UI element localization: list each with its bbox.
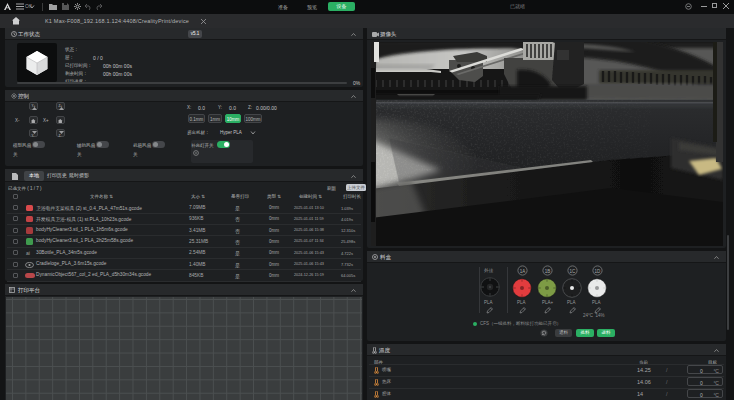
svg-text:1B: 1B bbox=[544, 269, 550, 274]
svg-text:1C: 1C bbox=[569, 269, 576, 274]
svg-text:1D: 1D bbox=[594, 269, 601, 274]
svg-text:1A: 1A bbox=[519, 269, 525, 274]
